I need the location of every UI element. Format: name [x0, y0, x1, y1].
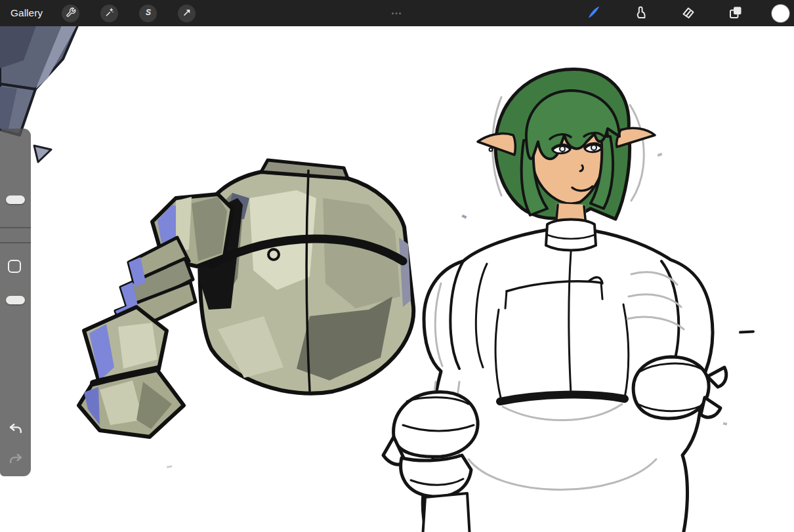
selection-s-icon: S [142, 7, 154, 20]
smudge-finger-icon [633, 5, 649, 22]
actions-button[interactable] [62, 5, 79, 22]
smudge-tool-button[interactable] [630, 2, 652, 24]
layers-icon [728, 5, 743, 22]
color-swatch-button[interactable] [772, 5, 789, 22]
sidebar-divider [0, 242, 31, 243]
selection-button[interactable]: S [139, 5, 157, 22]
transform-arrow-icon [182, 7, 192, 20]
opacity-slider[interactable] [6, 296, 25, 304]
gallery-button[interactable]: Gallery [0, 0, 51, 26]
erase-tool-button[interactable] [677, 2, 700, 24]
side-toolbar [0, 129, 31, 476]
redo-arrow-icon [7, 450, 24, 469]
undo-button[interactable] [6, 420, 25, 439]
undo-arrow-icon [7, 420, 24, 439]
sidebar-divider [0, 227, 31, 228]
canvas-drag-handle[interactable]: ••• [392, 0, 403, 26]
drawing-canvas[interactable] [0, 0, 794, 532]
wrench-icon [66, 7, 76, 20]
svg-text:S: S [146, 8, 151, 17]
adjustments-button[interactable] [100, 5, 118, 22]
paint-tool-button[interactable] [583, 2, 605, 24]
paint-tools-group [570, 0, 794, 26]
top-toolbar: Gallery S • [0, 0, 794, 26]
eraser-icon [680, 5, 696, 22]
brush-icon [585, 4, 602, 23]
brush-size-slider[interactable] [6, 195, 25, 204]
layers-button[interactable] [724, 2, 747, 24]
armor-artwork [79, 160, 413, 437]
modify-button[interactable] [8, 260, 21, 273]
transform-button[interactable] [178, 5, 196, 22]
magic-wand-icon [104, 7, 115, 20]
artwork [0, 0, 794, 532]
redo-button[interactable] [6, 450, 25, 469]
